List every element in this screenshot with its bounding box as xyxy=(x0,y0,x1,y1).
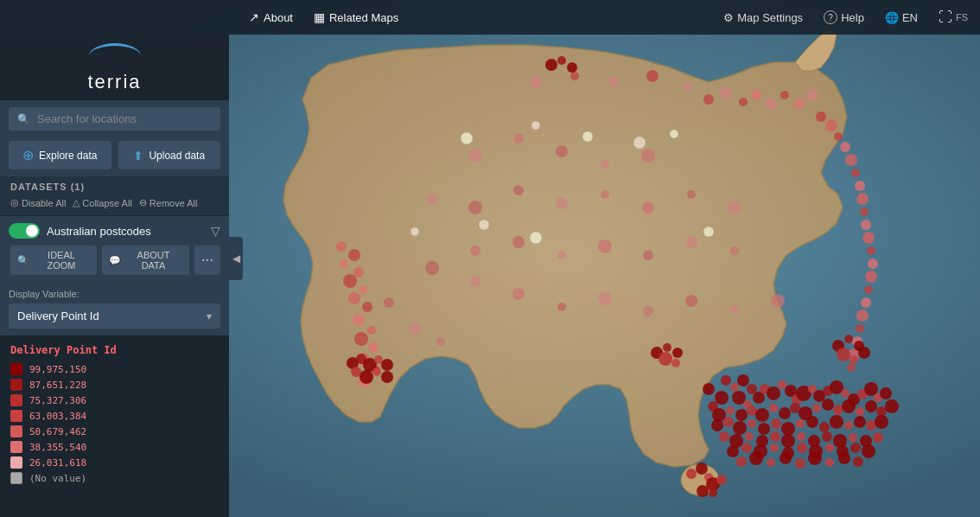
svg-point-123 xyxy=(855,181,865,191)
fullscreen-button[interactable]: ⛶ FS xyxy=(933,6,973,29)
legend-value: 26,031,618 xyxy=(29,457,86,469)
svg-point-33 xyxy=(769,404,778,412)
more-options-button[interactable]: ⋯ xyxy=(194,246,220,275)
svg-point-78 xyxy=(797,443,807,453)
about-data-button[interactable]: 💬 ABOUT DATA xyxy=(102,246,189,275)
dataset-controls: 🔍 IDEAL ZOOM 💬 ABOUT DATA ⋯ xyxy=(9,246,220,275)
svg-point-8 xyxy=(732,391,746,405)
svg-point-35 xyxy=(790,403,800,413)
svg-point-60 xyxy=(719,431,729,442)
svg-point-150 xyxy=(728,201,741,214)
about-icon: ↗ xyxy=(249,10,259,24)
datasets-title: DATASETS (1) xyxy=(10,182,219,192)
svg-point-179 xyxy=(530,76,542,88)
svg-point-146 xyxy=(468,201,482,214)
svg-point-116 xyxy=(381,371,393,383)
svg-point-185 xyxy=(720,87,732,99)
svg-point-156 xyxy=(685,236,697,248)
legend-swatch xyxy=(10,425,22,437)
search-icon: 🔍 xyxy=(17,113,30,125)
legend-swatch xyxy=(10,456,22,469)
language-button[interactable]: 🌐 EN xyxy=(880,8,923,28)
svg-point-129 xyxy=(868,258,878,269)
svg-point-212 xyxy=(709,488,717,497)
dataset-expand-icon[interactable]: ▽ xyxy=(211,224,220,238)
collapse-all-button[interactable]: △ Collapse All xyxy=(73,195,131,210)
svg-point-147 xyxy=(427,194,437,204)
dataset-item: Australian postcodes ▽ 🔍 IDEAL ZOOM 💬 AB… xyxy=(0,215,229,282)
svg-point-92 xyxy=(853,456,863,467)
ideal-zoom-button[interactable]: 🔍 IDEAL ZOOM xyxy=(10,246,97,275)
upload-icon: ⬆ xyxy=(133,149,143,163)
svg-point-6 xyxy=(737,374,749,386)
svg-point-166 xyxy=(771,294,785,308)
svg-point-76 xyxy=(770,444,779,452)
search-input[interactable] xyxy=(37,112,212,125)
legend-item: 75,327,306 xyxy=(10,394,219,406)
svg-point-207 xyxy=(696,463,708,475)
svg-point-55 xyxy=(830,415,843,429)
svg-point-44 xyxy=(885,399,899,413)
svg-point-197 xyxy=(672,348,683,358)
dataset-toggle[interactable] xyxy=(9,223,40,239)
svg-point-100 xyxy=(362,302,372,312)
svg-point-3 xyxy=(721,375,731,386)
about-button[interactable]: ↗ About xyxy=(240,7,302,28)
svg-point-182 xyxy=(646,70,659,82)
svg-point-88 xyxy=(795,458,805,469)
svg-point-152 xyxy=(512,236,525,248)
svg-point-74 xyxy=(741,443,752,453)
dataset-toggle-row: Australian postcodes ▽ xyxy=(9,223,220,239)
svg-point-65 xyxy=(781,434,795,448)
svg-point-194 xyxy=(567,62,577,73)
map-settings-button[interactable]: ⚙ Map Settings xyxy=(718,8,808,28)
disable-all-button[interactable]: ◎ Disable All xyxy=(10,195,66,210)
display-variable-select[interactable]: Delivery Point Id xyxy=(9,303,220,329)
svg-point-80 xyxy=(825,444,834,452)
disable-all-label: Disable All xyxy=(22,198,66,208)
svg-point-130 xyxy=(865,271,877,283)
svg-point-64 xyxy=(770,431,780,442)
svg-point-99 xyxy=(348,292,360,304)
help-button[interactable]: ? Help xyxy=(818,7,869,28)
remove-all-button[interactable]: ⊖ Remove All xyxy=(139,195,198,210)
svg-point-204 xyxy=(850,355,858,364)
legend-value: 87,651,228 xyxy=(29,380,86,391)
svg-point-143 xyxy=(513,185,524,195)
explore-data-button[interactable]: ⊕ Explore data xyxy=(9,141,111,169)
svg-point-210 xyxy=(716,475,727,485)
svg-point-84 xyxy=(736,456,747,467)
collapse-sidebar-handle[interactable]: ◀ xyxy=(229,237,243,280)
svg-point-165 xyxy=(730,305,739,314)
related-maps-icon: ▦ xyxy=(314,10,325,24)
svg-point-30 xyxy=(735,409,748,421)
svg-point-173 xyxy=(633,137,646,149)
svg-point-161 xyxy=(557,303,566,311)
svg-point-134 xyxy=(856,324,864,333)
legend-items: 99,975,15087,651,22875,327,30663,003,384… xyxy=(10,363,219,484)
display-variable-label: Display Variable: xyxy=(9,289,220,299)
svg-point-132 xyxy=(861,297,871,308)
svg-point-199 xyxy=(671,359,680,367)
svg-point-29 xyxy=(726,406,735,415)
svg-point-196 xyxy=(663,343,671,352)
svg-point-83 xyxy=(862,444,875,458)
svg-point-141 xyxy=(601,160,609,169)
svg-point-120 xyxy=(840,142,850,152)
svg-point-46 xyxy=(723,417,734,427)
svg-point-163 xyxy=(643,306,653,316)
zoom-icon: 🔍 xyxy=(17,255,29,266)
svg-point-164 xyxy=(685,295,697,307)
svg-point-167 xyxy=(384,297,394,308)
upload-data-button[interactable]: ⬆ Upload data xyxy=(118,141,221,169)
legend-item: 50,679,462 xyxy=(10,425,219,437)
svg-point-96 xyxy=(353,267,364,278)
svg-point-21 xyxy=(841,389,850,398)
svg-point-94 xyxy=(348,249,360,261)
legend-item: 26,031,618 xyxy=(10,456,219,469)
svg-point-189 xyxy=(780,91,789,99)
topbar-nav: ↗ About ▦ Related Maps xyxy=(240,7,407,28)
svg-point-53 xyxy=(806,416,818,428)
svg-point-41 xyxy=(856,407,864,416)
related-maps-button[interactable]: ▦ Related Maps xyxy=(305,7,407,28)
